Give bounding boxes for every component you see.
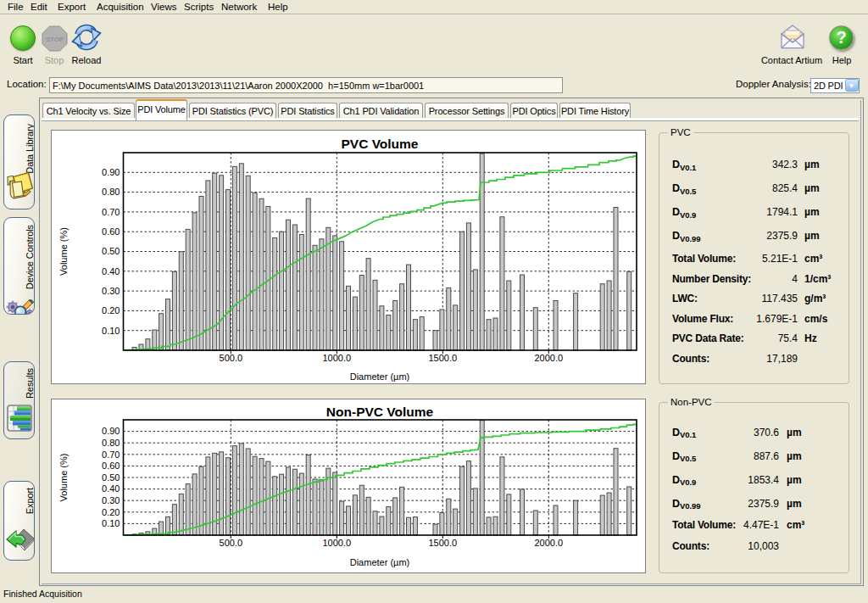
svg-text:Diameter (µm): Diameter (µm) xyxy=(350,371,410,382)
svg-text:0.50: 0.50 xyxy=(102,472,120,483)
svg-text:0.40: 0.40 xyxy=(102,483,120,494)
svg-text:0.30: 0.30 xyxy=(102,495,120,505)
svg-text:1500.0: 1500.0 xyxy=(428,353,457,363)
svg-text:Volume (%): Volume (%) xyxy=(58,454,69,502)
svg-text:0.60: 0.60 xyxy=(102,461,120,471)
svg-text:0.30: 0.30 xyxy=(102,286,120,296)
svg-text:PVC Volume: PVC Volume xyxy=(341,137,418,151)
svg-text:1500.0: 1500.0 xyxy=(428,538,457,548)
svg-text:0.70: 0.70 xyxy=(102,207,120,217)
svg-text:500.0: 500.0 xyxy=(220,353,243,363)
svg-text:0.80: 0.80 xyxy=(102,187,120,197)
svg-text:STOP: STOP xyxy=(46,36,64,43)
svg-text:0.20: 0.20 xyxy=(102,507,120,517)
svg-text:0.90: 0.90 xyxy=(102,426,120,436)
svg-text:Diameter (µm): Diameter (µm) xyxy=(350,557,410,567)
svg-text:0.70: 0.70 xyxy=(102,449,120,460)
svg-text:0.20: 0.20 xyxy=(102,305,120,315)
svg-text:0.90: 0.90 xyxy=(102,167,120,177)
svg-text:2000.0: 2000.0 xyxy=(534,353,563,363)
svg-text:0.60: 0.60 xyxy=(102,226,120,237)
svg-text:500.0: 500.0 xyxy=(220,538,243,548)
svg-text:1000.0: 1000.0 xyxy=(322,353,351,363)
svg-text:0.10: 0.10 xyxy=(102,326,120,336)
svg-text:0.10: 0.10 xyxy=(102,518,120,528)
svg-text:Volume (%): Volume (%) xyxy=(58,227,69,276)
svg-text:2000.0: 2000.0 xyxy=(534,538,563,548)
svg-text:0.40: 0.40 xyxy=(102,266,120,276)
svg-text:0.80: 0.80 xyxy=(102,438,120,448)
svg-text:Non-PVC Volume: Non-PVC Volume xyxy=(326,405,434,419)
svg-text:0.50: 0.50 xyxy=(102,246,120,256)
svg-text:1000.0: 1000.0 xyxy=(322,538,351,548)
